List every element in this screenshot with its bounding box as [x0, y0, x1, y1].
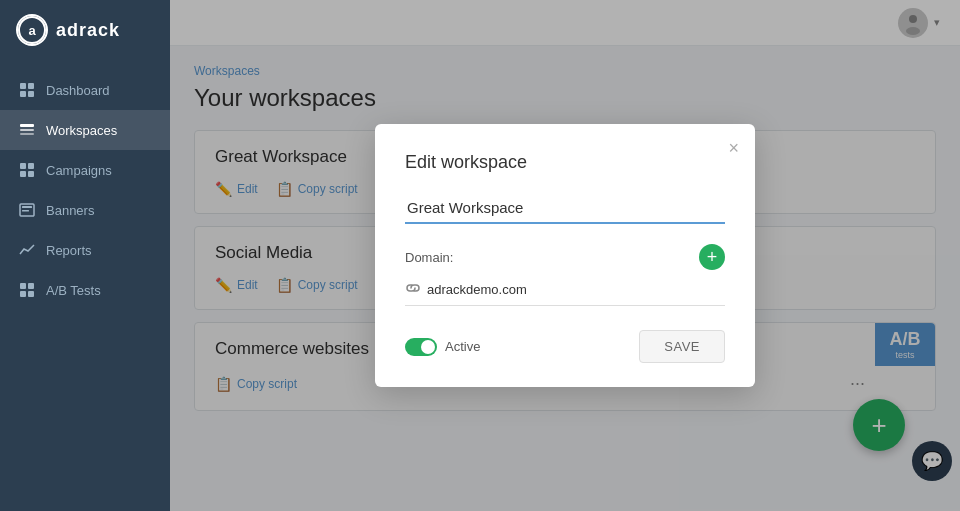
domain-section: Domain: + adrackdemo.com	[405, 244, 725, 306]
dashboard-icon	[18, 81, 36, 99]
sidebar-item-banners[interactable]: Banners	[0, 190, 170, 230]
ab-tests-icon	[18, 281, 36, 299]
svg-rect-18	[20, 291, 26, 297]
sidebar-item-label: Dashboard	[46, 83, 110, 98]
active-toggle-row: Active	[405, 338, 480, 356]
sidebar-item-label: Reports	[46, 243, 92, 258]
modal-title: Edit workspace	[405, 152, 725, 173]
svg-rect-15	[22, 210, 29, 212]
svg-rect-19	[28, 291, 34, 297]
banners-icon	[18, 201, 36, 219]
logo-icon: a	[16, 14, 48, 46]
sidebar-item-ab-tests[interactable]: A/B Tests	[0, 270, 170, 310]
svg-rect-6	[20, 124, 34, 127]
svg-rect-10	[28, 163, 34, 169]
svg-rect-4	[20, 91, 26, 97]
svg-rect-14	[22, 206, 32, 208]
edit-workspace-modal: × Edit workspace Domain: +	[375, 124, 755, 387]
sidebar-item-dashboard[interactable]: Dashboard	[0, 70, 170, 110]
main-area: ▾ Workspaces Your workspaces Great Works…	[170, 0, 960, 511]
svg-rect-2	[20, 83, 26, 89]
svg-rect-17	[28, 283, 34, 289]
svg-rect-8	[20, 133, 34, 135]
svg-rect-9	[20, 163, 26, 169]
active-label: Active	[445, 339, 480, 354]
sidebar-item-workspaces[interactable]: Workspaces	[0, 110, 170, 150]
sidebar-item-campaigns[interactable]: Campaigns	[0, 150, 170, 190]
reports-icon	[18, 241, 36, 259]
modal-overlay: × Edit workspace Domain: +	[170, 0, 960, 511]
link-icon	[405, 280, 421, 299]
sidebar-item-label: Campaigns	[46, 163, 112, 178]
app-name: adrack	[56, 20, 120, 41]
save-button[interactable]: SAVE	[639, 330, 725, 363]
workspace-name-input[interactable]	[405, 195, 725, 224]
svg-rect-5	[28, 91, 34, 97]
svg-rect-16	[20, 283, 26, 289]
workspace-name-field	[405, 195, 725, 224]
domain-label-row: Domain: +	[405, 244, 725, 270]
svg-rect-3	[28, 83, 34, 89]
svg-text:a: a	[28, 23, 36, 38]
domain-label: Domain:	[405, 250, 453, 265]
sidebar-item-label: Workspaces	[46, 123, 117, 138]
workspaces-icon	[18, 121, 36, 139]
add-domain-button[interactable]: +	[699, 244, 725, 270]
modal-footer: Active SAVE	[405, 330, 725, 363]
sidebar-item-reports[interactable]: Reports	[0, 230, 170, 270]
svg-rect-11	[20, 171, 26, 177]
app-logo[interactable]: a adrack	[0, 0, 170, 60]
sidebar-item-label: Banners	[46, 203, 94, 218]
svg-rect-7	[20, 129, 34, 131]
campaigns-icon	[18, 161, 36, 179]
sidebar: a adrack Dashboard Workspaces	[0, 0, 170, 511]
sidebar-nav: Dashboard Workspaces Campaigns	[0, 70, 170, 310]
domain-input-row: adrackdemo.com	[405, 280, 725, 306]
modal-close-button[interactable]: ×	[728, 138, 739, 159]
sidebar-item-label: A/B Tests	[46, 283, 101, 298]
domain-value: adrackdemo.com	[427, 282, 725, 297]
svg-rect-12	[28, 171, 34, 177]
active-toggle[interactable]	[405, 338, 437, 356]
